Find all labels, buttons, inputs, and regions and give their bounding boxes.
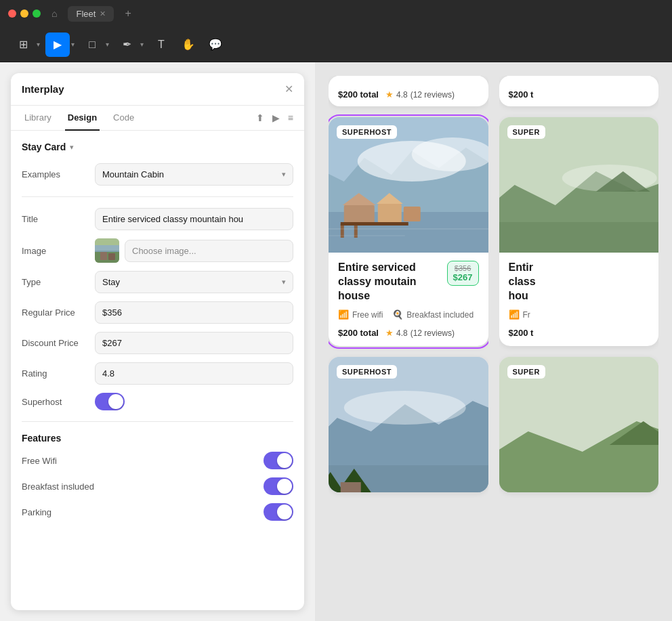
text-tool-button[interactable]: T bbox=[149, 33, 173, 57]
tab-label: Fleet bbox=[76, 9, 96, 19]
fleet-tab[interactable]: Fleet ✕ bbox=[68, 6, 114, 22]
card-top-rating: ★ 4.8 (12 reviews) bbox=[385, 89, 455, 100]
tool-group-select: ⊞ ▾ bbox=[11, 33, 40, 57]
right-card-features: 📶 Fr bbox=[509, 309, 650, 320]
main-layout: Interplay ✕ Library Design Code ⬆ ▶ ≡ St… bbox=[0, 62, 672, 621]
discount-price-row: Discount Price $267 bbox=[22, 332, 293, 354]
card-top-partial[interactable]: $200 total ★ 4.8 (12 reviews) bbox=[329, 76, 488, 106]
card-bottom-partial[interactable]: SUPERHOST bbox=[329, 357, 488, 492]
minimize-dot[interactable] bbox=[20, 9, 28, 18]
image-thumbnail[interactable] bbox=[95, 238, 119, 263]
star-icon: ★ bbox=[385, 328, 394, 338]
panel-close-button[interactable]: ✕ bbox=[285, 83, 293, 95]
maximize-dot[interactable] bbox=[33, 9, 41, 18]
partial-feature: Fr bbox=[523, 310, 530, 320]
right-bottom-card[interactable]: SUPER bbox=[499, 357, 659, 492]
image-label: Image bbox=[22, 246, 89, 256]
right-card-column: $200 t SUPER bbox=[499, 76, 659, 607]
card-footer: $200 total ★ 4.8 (12 reviews) bbox=[338, 328, 479, 338]
tab-design[interactable]: Design bbox=[65, 106, 100, 131]
features-section: Features Free Wifi Breakfast insluded Pa… bbox=[22, 433, 293, 521]
superhost-badge: SUPERHOST bbox=[337, 125, 397, 139]
regular-price-row: Regular Price $356 bbox=[22, 301, 293, 324]
feature-parking-row: Parking bbox=[22, 503, 293, 521]
discount-price-input[interactable]: $267 bbox=[95, 332, 293, 354]
title-input[interactable]: Entire serviced classy mountain hou bbox=[95, 208, 293, 230]
pen-tool-button[interactable]: ✒ bbox=[114, 33, 139, 57]
choose-image-button[interactable]: Choose image... bbox=[125, 240, 293, 262]
cards-grid: $200 total ★ 4.8 (12 reviews) bbox=[315, 62, 672, 621]
frame-tool-button[interactable]: ⊞ bbox=[11, 33, 35, 57]
tab-code[interactable]: Code bbox=[110, 106, 137, 131]
panel-title: Interplay bbox=[22, 83, 64, 95]
shape-tool-button[interactable]: □ bbox=[80, 33, 104, 57]
close-dot[interactable] bbox=[8, 9, 16, 18]
rating-value: 4.8 bbox=[396, 90, 408, 100]
feature-wifi-toggle[interactable] bbox=[264, 452, 293, 469]
upload-icon[interactable]: ⬆ bbox=[256, 112, 264, 123]
menu-icon[interactable]: ≡ bbox=[288, 112, 293, 123]
right-card-top-partial[interactable]: $200 t bbox=[499, 76, 659, 106]
type-select[interactable]: Stay ▾ bbox=[95, 271, 293, 293]
feature-parking-toggle[interactable] bbox=[264, 503, 293, 521]
price-badge: $356 $267 bbox=[447, 261, 479, 286]
card-bottom-superhost-badge: SUPERHOST bbox=[337, 365, 397, 379]
card-title: Entire serviced classy moutain house bbox=[338, 261, 442, 303]
right-superhost-badge: SUPER bbox=[507, 125, 545, 139]
superhost-toggle[interactable] bbox=[95, 393, 125, 410]
svg-rect-2 bbox=[100, 252, 107, 260]
tab-library[interactable]: Library bbox=[22, 106, 54, 131]
feature-breakfast-toggle[interactable] bbox=[264, 477, 293, 495]
right-card-title: Entirclasshou bbox=[509, 261, 536, 303]
main-stay-card[interactable]: SUPERHOST Entire serviced classy moutain… bbox=[329, 117, 488, 346]
superhost-label: Superhost bbox=[22, 397, 89, 407]
image-row: Image Choose image... bbox=[22, 238, 293, 263]
divider-2 bbox=[22, 421, 293, 422]
new-tab-button[interactable]: + bbox=[125, 7, 131, 20]
titlebar: ⌂ Fleet ✕ + bbox=[0, 0, 672, 27]
examples-label: Examples bbox=[22, 169, 89, 179]
right-card-footer: $200 t bbox=[509, 328, 650, 338]
wifi-icon-2: 📶 bbox=[509, 309, 520, 320]
divider-1 bbox=[22, 196, 293, 197]
reviews: (12 reviews) bbox=[411, 328, 455, 338]
regular-price-input[interactable]: $356 bbox=[95, 301, 293, 324]
svg-rect-22 bbox=[499, 222, 659, 253]
panel-body: Stay Card ▾ Examples Mountain Cabin ▾ Ti… bbox=[11, 131, 304, 540]
home-icon[interactable]: ⌂ bbox=[51, 8, 57, 19]
breakfast-icon: 🍳 bbox=[392, 309, 403, 320]
image-control: Choose image... bbox=[95, 238, 293, 263]
examples-chevron-icon: ▾ bbox=[282, 170, 286, 179]
section-chevron-icon[interactable]: ▾ bbox=[70, 143, 74, 152]
discount-price-value: $267 bbox=[102, 338, 122, 348]
examples-select[interactable]: Mountain Cabin ▾ bbox=[95, 163, 293, 186]
wifi-label: Free wifi bbox=[352, 310, 383, 320]
toolbar: ⊞ ▾ ▶ ▾ □ ▾ ✒ ▾ T ✋ 💬 bbox=[0, 27, 672, 62]
rating-input[interactable]: 4.8 bbox=[95, 362, 293, 385]
rating: 4.8 bbox=[396, 328, 408, 338]
card-image: SUPERHOST bbox=[329, 117, 488, 253]
title-value: Entire serviced classy mountain hou bbox=[102, 214, 243, 224]
hand-tool-button[interactable]: ✋ bbox=[176, 33, 201, 57]
comment-tool-button[interactable]: 💬 bbox=[203, 33, 228, 57]
svg-rect-11 bbox=[378, 204, 402, 223]
discount-price-label: Discount Price bbox=[22, 338, 89, 348]
type-label: Type bbox=[22, 277, 89, 287]
window-controls bbox=[8, 9, 41, 18]
card-total: $200 total bbox=[338, 328, 379, 338]
superhost-row: Superhost bbox=[22, 393, 293, 410]
svg-rect-20 bbox=[341, 482, 361, 492]
right-card-title-row: Entirclasshou bbox=[509, 261, 650, 303]
select-tool-button[interactable]: ▶ bbox=[45, 33, 70, 57]
discount-price: $267 bbox=[453, 272, 473, 282]
feature-wifi-label: Free Wifi bbox=[22, 456, 57, 466]
tab-close-icon[interactable]: ✕ bbox=[100, 9, 106, 18]
feature-parking-label: Parking bbox=[22, 507, 51, 517]
right-main-card[interactable]: SUPER Entirclasshou 📶 Fr bbox=[499, 117, 659, 346]
card-bottom-image: SUPERHOST bbox=[329, 357, 488, 492]
rating-label: Rating bbox=[22, 368, 89, 379]
card-top-footer: $200 total ★ 4.8 (12 reviews) bbox=[329, 81, 488, 106]
select-tool-chevron: ▾ bbox=[71, 41, 75, 48]
left-panel: Interplay ✕ Library Design Code ⬆ ▶ ≡ St… bbox=[0, 62, 315, 621]
play-icon[interactable]: ▶ bbox=[272, 112, 280, 123]
